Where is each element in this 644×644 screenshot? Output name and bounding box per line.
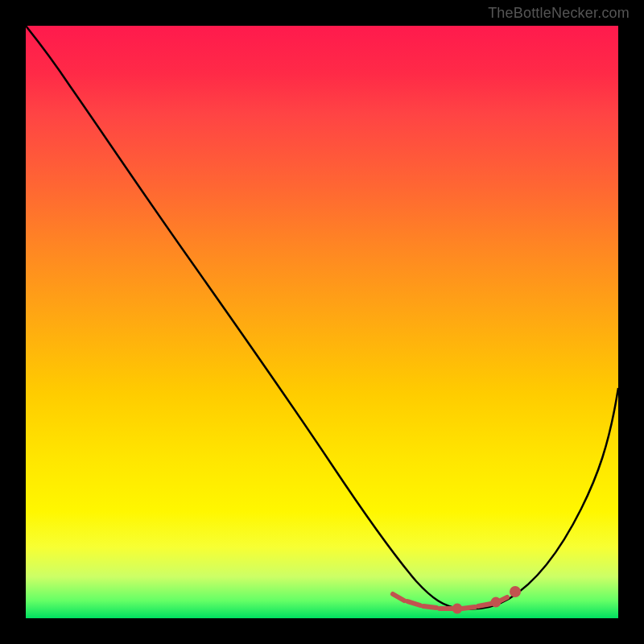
chart-frame [26,26,618,618]
bottleneck-chart [26,26,618,618]
svg-point-2 [512,588,518,595]
watermark-text: TheBottleNecker.com [488,5,630,22]
optimal-range-markers [393,588,518,612]
svg-point-0 [455,606,460,612]
bottleneck-curve [26,26,618,609]
svg-point-1 [493,600,499,605]
